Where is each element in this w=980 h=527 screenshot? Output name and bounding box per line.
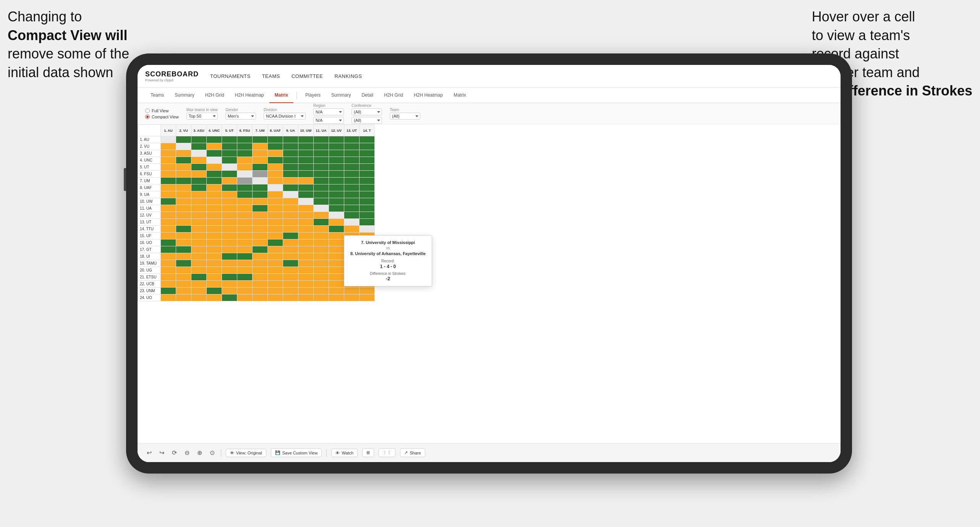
matrix-cell[interactable] (283, 212, 298, 219)
matrix-cell[interactable] (222, 212, 237, 219)
tab-matrix-1[interactable]: Matrix (269, 88, 293, 103)
matrix-cell[interactable] (329, 178, 344, 184)
matrix-cell[interactable] (253, 178, 268, 184)
matrix-cell[interactable] (298, 246, 314, 253)
matrix-cell[interactable] (329, 164, 344, 171)
matrix-cell[interactable] (283, 260, 298, 267)
matrix-cell[interactable] (222, 184, 237, 191)
watch-button[interactable]: 👁 Watch (331, 449, 358, 457)
nav-committee[interactable]: COMMITTEE (292, 73, 323, 79)
matrix-cell[interactable] (161, 157, 176, 164)
matrix-cell[interactable] (207, 178, 222, 184)
matrix-cell[interactable] (298, 136, 314, 143)
matrix-cell[interactable] (283, 178, 298, 184)
matrix-cell[interactable] (207, 171, 222, 178)
matrix-cell[interactable] (237, 150, 253, 157)
matrix-cell[interactable] (253, 171, 268, 178)
tablet-side-button[interactable] (124, 168, 126, 191)
matrix-cell[interactable] (283, 233, 298, 239)
matrix-cell[interactable] (283, 157, 298, 164)
matrix-cell[interactable] (176, 150, 191, 157)
matrix-cell[interactable] (268, 212, 283, 219)
matrix-cell[interactable] (253, 164, 268, 171)
matrix-cell[interactable] (222, 288, 237, 294)
matrix-cell[interactable] (253, 233, 268, 239)
matrix-cell[interactable] (253, 239, 268, 246)
matrix-cell[interactable] (207, 212, 222, 219)
nav-tournaments[interactable]: TOURNAMENTS (210, 73, 251, 79)
team-select[interactable]: (All) (390, 113, 420, 120)
matrix-cell[interactable] (253, 191, 268, 198)
matrix-cell[interactable] (360, 288, 375, 294)
matrix-cell[interactable] (329, 205, 344, 212)
matrix-cell[interactable] (268, 157, 283, 164)
tab-h2h-heatmap-2[interactable]: H2H Heatmap (408, 88, 448, 103)
matrix-cell[interactable] (161, 205, 176, 212)
matrix-cell[interactable] (176, 164, 191, 171)
nav-rankings[interactable]: RANKINGS (334, 73, 362, 79)
region-select[interactable]: N/A (313, 108, 344, 115)
radio-compact-view[interactable]: Compact View (145, 115, 179, 119)
matrix-cell[interactable] (344, 164, 360, 171)
matrix-cell[interactable] (176, 191, 191, 198)
conference-select-2[interactable]: (All) (352, 117, 382, 124)
matrix-cell[interactable] (191, 239, 207, 246)
matrix-cell[interactable] (329, 246, 344, 253)
matrix-cell[interactable] (268, 198, 283, 205)
matrix-cell[interactable] (161, 274, 176, 281)
matrix-cell[interactable] (176, 253, 191, 260)
matrix-cell[interactable] (222, 191, 237, 198)
matrix-cell[interactable] (268, 164, 283, 171)
matrix-cell[interactable] (298, 164, 314, 171)
grid-button[interactable]: ⋮⋮ (379, 448, 395, 457)
matrix-cell[interactable] (283, 198, 298, 205)
matrix-cell[interactable] (314, 294, 329, 301)
matrix-cell[interactable] (237, 267, 253, 274)
share-button[interactable]: ↗ Share (400, 448, 425, 457)
matrix-cell[interactable] (237, 157, 253, 164)
matrix-cell[interactable] (314, 191, 329, 198)
matrix-cell[interactable] (268, 184, 283, 191)
matrix-cell[interactable] (360, 219, 375, 226)
matrix-cell[interactable] (253, 219, 268, 226)
matrix-cell[interactable] (253, 288, 268, 294)
matrix-cell[interactable] (161, 191, 176, 198)
tab-matrix-2[interactable]: Matrix (448, 88, 471, 103)
matrix-cell[interactable] (191, 288, 207, 294)
matrix-cell[interactable] (344, 171, 360, 178)
matrix-cell[interactable] (237, 281, 253, 288)
matrix-cell[interactable] (344, 143, 360, 150)
matrix-cell[interactable] (253, 157, 268, 164)
matrix-cell[interactable] (314, 143, 329, 150)
matrix-cell[interactable] (314, 233, 329, 239)
matrix-cell[interactable] (191, 294, 207, 301)
matrix-cell[interactable] (207, 274, 222, 281)
matrix-cell[interactable] (222, 143, 237, 150)
matrix-cell[interactable] (237, 164, 253, 171)
matrix-cell[interactable] (283, 246, 298, 253)
matrix-cell[interactable] (329, 191, 344, 198)
matrix-cell[interactable] (222, 198, 237, 205)
matrix-cell[interactable] (207, 205, 222, 212)
matrix-cell[interactable] (207, 246, 222, 253)
undo-icon[interactable]: ↩ (145, 448, 153, 458)
matrix-cell[interactable] (329, 274, 344, 281)
matrix-cell[interactable] (191, 281, 207, 288)
matrix-cell[interactable] (207, 294, 222, 301)
matrix-cell[interactable] (161, 239, 176, 246)
tab-h2h-heatmap-1[interactable]: H2H Heatmap (230, 88, 269, 103)
matrix-cell[interactable] (176, 267, 191, 274)
matrix-cell[interactable] (298, 233, 314, 239)
matrix-cell[interactable] (237, 178, 253, 184)
matrix-cell[interactable] (314, 178, 329, 184)
matrix-cell[interactable] (268, 246, 283, 253)
matrix-cell[interactable] (222, 253, 237, 260)
matrix-cell[interactable] (207, 288, 222, 294)
view-original-button[interactable]: 👁 View: Original (226, 449, 266, 457)
matrix-cell[interactable] (314, 288, 329, 294)
matrix-cell[interactable] (176, 246, 191, 253)
matrix-cell[interactable] (314, 253, 329, 260)
matrix-cell[interactable] (314, 239, 329, 246)
matrix-cell[interactable] (268, 150, 283, 157)
matrix-cell[interactable] (222, 150, 237, 157)
